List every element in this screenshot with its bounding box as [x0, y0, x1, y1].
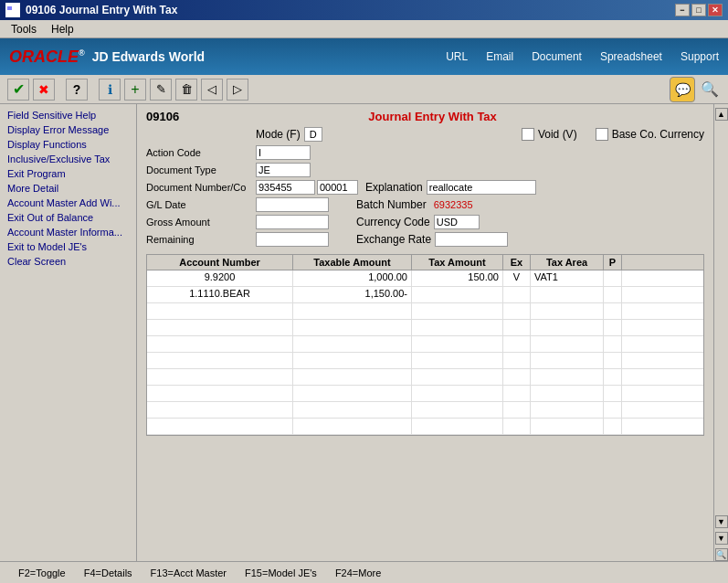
- menu-help[interactable]: Help: [44, 21, 81, 37]
- void-checkbox[interactable]: [522, 128, 534, 141]
- grid-header: Account Number Taxable Amount Tax Amount…: [147, 255, 703, 270]
- chat-icon[interactable]: 💬: [670, 77, 695, 102]
- grid-cell: [503, 402, 531, 418]
- table-row[interactable]: [147, 303, 703, 320]
- grid-cell: [412, 353, 503, 368]
- grid-cell: 1,150.00-: [293, 287, 412, 302]
- grid-cell: [293, 402, 412, 418]
- status-f15[interactable]: F15=Model JE's: [245, 567, 317, 578]
- sidebar-item-account-master-info[interactable]: Account Master Informa...: [0, 225, 136, 239]
- search-icon[interactable]: 🔍: [699, 79, 721, 101]
- table-row[interactable]: [147, 369, 703, 386]
- action-code-input[interactable]: [256, 145, 311, 160]
- doc-number-input[interactable]: [256, 180, 315, 195]
- grid-cell: [293, 336, 412, 352]
- grid-cell: [412, 402, 503, 418]
- table-row[interactable]: [147, 386, 703, 402]
- help-button[interactable]: ?: [66, 79, 88, 101]
- table-row[interactable]: [147, 419, 703, 435]
- grid-cell: [604, 419, 622, 434]
- grid-cell: [503, 287, 531, 302]
- grid-cell: [503, 353, 531, 368]
- nav-document[interactable]: Document: [532, 50, 582, 63]
- nav-email[interactable]: Email: [486, 50, 513, 63]
- grid-cell: 150.00: [412, 270, 503, 286]
- table-row[interactable]: [147, 320, 703, 336]
- sidebar-item-more-detail[interactable]: More Detail: [0, 181, 136, 196]
- sidebar-item-exit-program[interactable]: Exit Program: [0, 166, 136, 181]
- toolbar: ✔ ✖ ? ℹ + ✎ 🗑 ◁ ▷ 💬 🔍: [0, 75, 728, 104]
- col-header-p: P: [604, 255, 622, 270]
- jde-title: JD Edwards World: [92, 49, 205, 64]
- explanation-input[interactable]: [427, 180, 536, 195]
- scroll-down-2[interactable]: ▼: [715, 532, 728, 545]
- status-f2[interactable]: F2=Toggle: [18, 567, 66, 578]
- remaining-input[interactable]: [256, 232, 329, 247]
- grid-cell: 1,000.00: [293, 270, 412, 286]
- status-f13[interactable]: F13=Acct Master: [151, 567, 227, 578]
- edit-button[interactable]: ✎: [150, 79, 172, 101]
- mode-value-field[interactable]: D: [304, 127, 322, 142]
- doc-co-input[interactable]: [317, 180, 358, 195]
- grid-cell: [531, 287, 604, 302]
- status-f4[interactable]: F4=Details: [84, 567, 132, 578]
- nav-spreadsheet[interactable]: Spreadsheet: [600, 50, 662, 63]
- back-button[interactable]: ◁: [201, 79, 223, 101]
- minimize-button[interactable]: −: [675, 4, 690, 16]
- scrollbar-area: ▲ ▼ ▼ 🔍: [713, 104, 728, 561]
- delete-button[interactable]: 🗑: [175, 79, 197, 101]
- table-row[interactable]: [147, 402, 703, 419]
- sidebar-item-inclusive-exclusive[interactable]: Inclusive/Exclusive Tax: [0, 152, 136, 166]
- grid-cell: [147, 369, 293, 385]
- grid-cell: [531, 303, 604, 319]
- table-row[interactable]: 1.1110.BEAR1,150.00-: [147, 287, 703, 303]
- forward-button[interactable]: ▷: [227, 79, 248, 101]
- gross-amount-input[interactable]: [256, 215, 329, 229]
- grid-cell: 1.1110.BEAR: [147, 287, 293, 302]
- currency-code-input[interactable]: [434, 215, 480, 229]
- grid-cell: [503, 303, 531, 319]
- sidebar-item-field-sensitive-help[interactable]: Field Sensitive Help: [0, 108, 136, 122]
- sidebar-item-exit-balance[interactable]: Exit Out of Balance: [0, 210, 136, 225]
- menu-bar: Tools Help: [0, 20, 728, 38]
- status-f24[interactable]: F24=More: [335, 567, 381, 578]
- ok-button[interactable]: ✔: [7, 79, 29, 101]
- app-icon: [5, 3, 20, 17]
- sidebar-item-clear-screen[interactable]: Clear Screen: [0, 254, 136, 269]
- table-row[interactable]: [147, 353, 703, 369]
- table-row[interactable]: 9.92001,000.00150.00VVAT1: [147, 270, 703, 287]
- nav-support[interactable]: Support: [681, 50, 719, 63]
- info-button[interactable]: ℹ: [99, 79, 121, 101]
- nav-url[interactable]: URL: [446, 50, 468, 63]
- sidebar-item-display-functions[interactable]: Display Functions: [0, 137, 136, 152]
- main-area: Field Sensitive Help Display Error Messa…: [0, 104, 728, 561]
- exchange-rate-input[interactable]: [435, 232, 508, 247]
- col-header-tax-area: Tax Area: [531, 255, 604, 270]
- menu-tools[interactable]: Tools: [4, 21, 44, 37]
- close-button[interactable]: ✕: [708, 4, 723, 16]
- grid-cell: [412, 320, 503, 335]
- add-button[interactable]: +: [124, 79, 146, 101]
- grid-cell: [293, 369, 412, 385]
- sidebar-item-model-je[interactable]: Exit to Model JE's: [0, 239, 136, 254]
- grid-cell: V: [503, 270, 531, 286]
- grid-cell: [412, 419, 503, 434]
- sidebar-item-account-master-add[interactable]: Account Master Add Wi...: [0, 196, 136, 210]
- grid-cell: [293, 386, 412, 401]
- gross-amount-label: Gross Amount: [146, 217, 256, 228]
- cancel-button[interactable]: ✖: [33, 79, 55, 101]
- base-currency-checkbox[interactable]: [596, 128, 608, 141]
- grid-cell: 9.9200: [147, 270, 293, 286]
- gl-date-input[interactable]: [256, 197, 329, 212]
- sidebar-item-display-error[interactable]: Display Error Message: [0, 122, 136, 137]
- document-type-input[interactable]: [256, 163, 311, 177]
- svg-rect-1: [7, 6, 12, 10]
- scroll-down-1[interactable]: ▼: [715, 515, 728, 528]
- grid-cell: [604, 320, 622, 335]
- scroll-search[interactable]: 🔍: [715, 548, 728, 561]
- maximize-button[interactable]: □: [691, 4, 706, 16]
- grid-cell: [503, 336, 531, 352]
- grid-cell: [503, 369, 531, 385]
- table-row[interactable]: [147, 336, 703, 353]
- scroll-up-button[interactable]: ▲: [715, 108, 728, 121]
